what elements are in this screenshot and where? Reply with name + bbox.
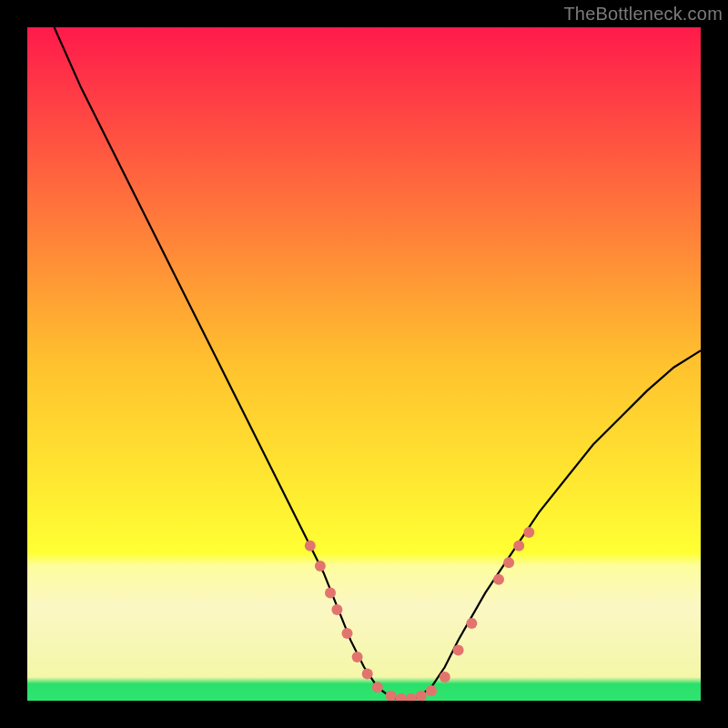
curve-marker <box>503 557 514 568</box>
curve-marker <box>440 672 450 682</box>
chart-frame <box>27 27 701 701</box>
gradient-background <box>27 27 701 701</box>
curve-marker <box>325 588 336 599</box>
curve-marker <box>342 628 353 639</box>
curve-marker <box>466 618 477 629</box>
curve-marker <box>331 604 342 615</box>
chart-svg <box>27 27 701 701</box>
curve-marker <box>513 541 524 551</box>
curve-marker <box>493 574 504 585</box>
curve-marker <box>315 561 326 571</box>
curve-marker <box>372 682 383 693</box>
curve-marker <box>362 668 373 679</box>
curve-marker <box>305 541 316 551</box>
curve-marker <box>523 527 534 538</box>
curve-marker <box>426 685 437 696</box>
curve-marker <box>352 652 363 662</box>
watermark-text: TheBottleneck.com <box>563 4 723 25</box>
curve-marker <box>453 645 464 656</box>
